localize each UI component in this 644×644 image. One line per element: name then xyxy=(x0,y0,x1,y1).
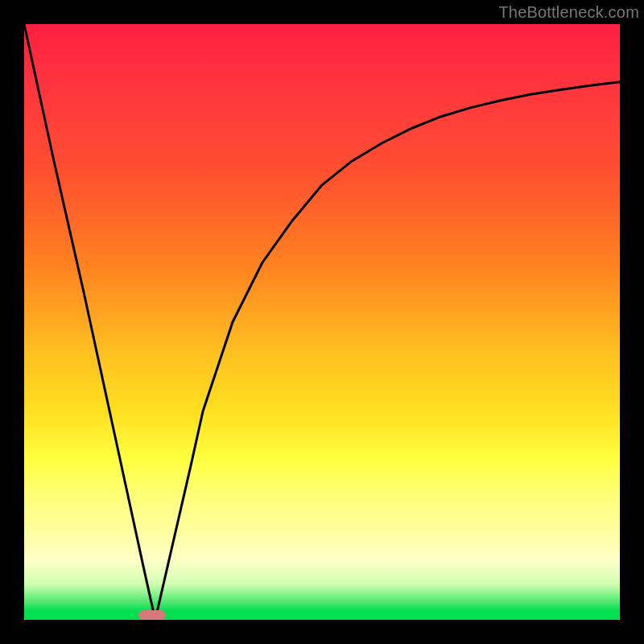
plot-area xyxy=(24,24,620,620)
curve-svg xyxy=(24,24,620,620)
watermark-text: TheBottleneck.com xyxy=(498,3,639,22)
minimum-marker xyxy=(138,610,165,620)
chart-container: TheBottleneck.com xyxy=(0,0,644,644)
bottleneck-curve xyxy=(24,24,620,620)
